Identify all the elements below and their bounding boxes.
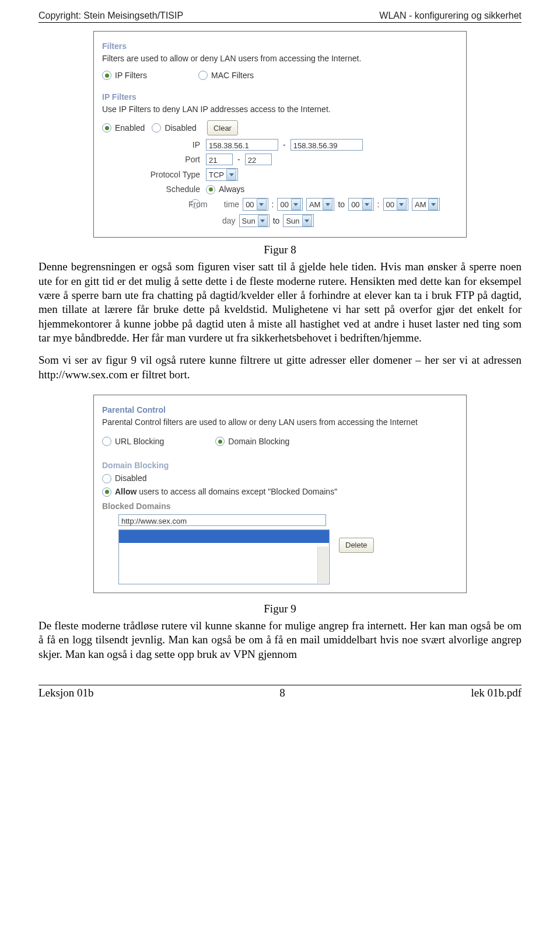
chevron-down-icon [397,198,407,210]
time-h2-select[interactable]: 00 [348,198,373,211]
radio-icon [102,487,111,497]
radio-icon [198,71,208,80]
to-label: to [338,199,345,210]
figure8-caption: Figur 8 [38,243,522,256]
chevron-down-icon [257,198,267,210]
time-label: time [224,199,239,210]
port-from-input[interactable]: 21 [206,154,233,165]
chevron-down-icon [428,198,438,210]
ip-label: IP [102,140,206,151]
footer-center: 8 [279,687,285,699]
domain-input[interactable]: http://www.sex.com [118,514,326,526]
ipfilters-title: IP Filters [102,92,458,103]
header-rule [38,22,522,23]
blocked-domains-list[interactable] [118,530,330,584]
blocked-domains-title: Blocked Domains [102,501,465,512]
chevron-down-icon [302,215,312,227]
footer-left: Leksjon 01b [38,687,93,699]
disabled-radio[interactable]: Disabled [152,123,196,134]
radio-icon [206,185,215,194]
always-radio[interactable]: Always [206,184,244,195]
chevron-down-icon [226,169,236,180]
time-m2-select[interactable]: 00 [383,198,408,211]
radio-icon [152,123,161,133]
port-label: Port [102,154,206,165]
port-to-input[interactable]: 22 [245,154,272,165]
domain-blocking-radio[interactable]: Domain Blocking [215,436,289,447]
filters-title: Filters [102,41,458,52]
allow-rest: users to access all domains except "Bloc… [136,487,337,496]
chevron-down-icon [291,198,301,210]
paragraph-3: De fleste moderne trådløse rutere vil ku… [38,619,522,661]
protocol-label: Protocol Type [102,169,206,180]
ampm2-select[interactable]: AM [412,198,440,211]
url-blocking-label: URL Blocking [115,436,164,447]
dash: - [283,140,286,151]
always-label: Always [219,184,244,195]
ipfilters-desc: Use IP Filters to deny LAN IP addresses … [102,104,458,115]
header-left: Copyright: Stein Meisingseth/TISIP [38,11,183,21]
filters-desc: Filters are used to allow or deny LAN us… [102,53,458,64]
mac-filters-radio[interactable]: MAC Filters [198,70,254,81]
ip-from-input[interactable]: 158.38.56.1 [206,139,278,151]
chevron-down-icon [323,198,332,210]
filters-panel: Filters Filters are used to allow or den… [93,31,467,238]
to-label2: to [273,215,280,227]
parental-desc: Parental Control filters are used to all… [102,417,465,428]
ip-to-input[interactable]: 158.38.56.39 [290,139,363,151]
paragraph-1: Denne begrensningen er også som figuren … [38,260,522,345]
chevron-down-icon [258,215,268,227]
doc-footer: Leksjon 01b 8 lek 01b.pdf [38,687,522,699]
doc-header: Copyright: Stein Meisingseth/TISIP WLAN … [38,11,522,21]
delete-button[interactable]: Delete [339,538,374,553]
radio-icon [102,123,111,133]
allow-bold: Allow [115,487,136,496]
protocol-value: TCP [209,170,224,180]
day1-select[interactable]: Sun [239,214,270,227]
radio-icon [102,437,111,446]
radio-icon [102,71,111,80]
radio-icon [215,437,225,446]
paragraph-2: Som vi ser av figur 9 vil også rutere ku… [38,353,522,382]
ip-filters-label: IP Filters [115,70,147,81]
db-disabled-label: Disabled [115,473,146,484]
db-title: Domain Blocking [102,460,465,471]
url-blocking-radio[interactable]: URL Blocking [102,436,164,447]
footer-right: lek 01b.pdf [471,687,522,699]
parental-panel: Parental Control Parental Control filter… [93,395,467,593]
protocol-select[interactable]: TCP [206,168,238,181]
time-m1-select[interactable]: 00 [277,198,302,211]
day-label: day [222,215,236,227]
figure9-caption: Figur 9 [38,602,522,615]
header-right: WLAN - konfigurering og sikkerhet [379,11,522,21]
mac-filters-label: MAC Filters [211,70,254,81]
schedule-label: Schedule [102,184,206,195]
db-disabled-radio[interactable]: Disabled [102,473,146,484]
enabled-label: Enabled [115,123,145,134]
day2-select[interactable]: Sun [283,214,313,227]
radio-icon [102,474,111,483]
db-allow-radio[interactable]: Allow users to access all domains except… [102,486,337,497]
scrollbar[interactable] [317,546,328,583]
chevron-down-icon [362,198,372,210]
time-h1-select[interactable]: 00 [243,198,268,211]
disabled-label: Disabled [164,123,196,134]
enabled-radio[interactable]: Enabled [102,123,145,134]
parental-title: Parental Control [102,405,465,416]
dash2: - [237,154,240,165]
ampm1-select[interactable]: AM [306,198,335,211]
clear-button[interactable]: Clear [207,120,238,135]
footer-rule [38,685,522,685]
domain-blocking-label: Domain Blocking [228,436,289,447]
list-item-selected[interactable] [119,530,329,543]
from-label: From [188,199,208,210]
ip-filters-radio[interactable]: IP Filters [102,70,147,81]
